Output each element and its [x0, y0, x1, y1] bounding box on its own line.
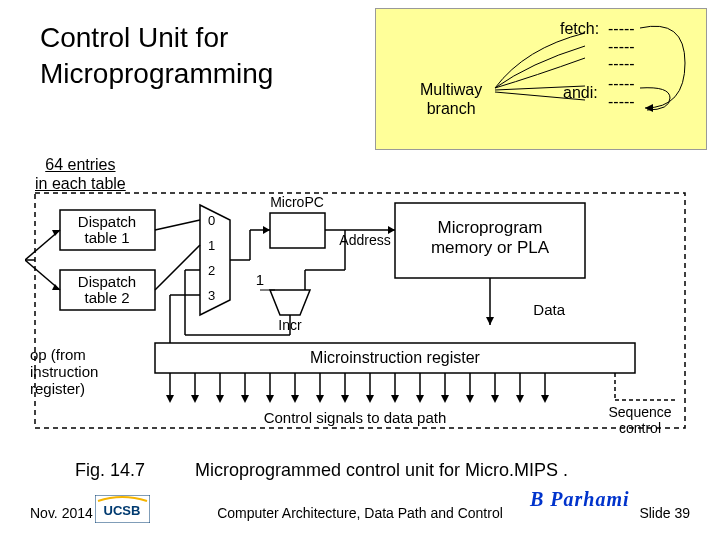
- dispatch-table-2: Dispatch: [78, 273, 136, 290]
- svg-text:memory or PLA: memory or PLA: [431, 238, 550, 257]
- svg-text:control: control: [619, 420, 661, 436]
- svg-text:1: 1: [256, 271, 264, 288]
- slide-number: Slide 39: [639, 505, 690, 521]
- slide-title: Control Unit forMicroprogramming: [40, 20, 273, 93]
- fetch-label: fetch:: [560, 20, 599, 38]
- svg-marker-65: [316, 395, 324, 403]
- author-signature: B Parhami: [530, 488, 630, 511]
- svg-marker-60: [191, 395, 199, 403]
- figure-number: Fig. 14.7: [75, 460, 145, 481]
- svg-text:2: 2: [208, 263, 215, 278]
- svg-marker-70: [441, 395, 449, 403]
- svg-text:register): register): [30, 380, 85, 397]
- andi-label: andi:: [563, 84, 598, 102]
- svg-marker-66: [341, 395, 349, 403]
- svg-marker-73: [516, 395, 524, 403]
- svg-text:MicroPC: MicroPC: [270, 194, 324, 210]
- svg-marker-22: [263, 226, 270, 234]
- svg-text:Data: Data: [533, 301, 565, 318]
- svg-marker-64: [291, 395, 299, 403]
- dispatch-table-1: Dispatch: [78, 213, 136, 230]
- svg-marker-71: [466, 395, 474, 403]
- svg-text:Address: Address: [339, 232, 390, 248]
- figure-caption: Microprogrammed control unit for Micro.M…: [195, 460, 568, 481]
- svg-marker-67: [366, 395, 374, 403]
- svg-text:op (from: op (from: [30, 346, 86, 363]
- svg-marker-13: [270, 290, 310, 315]
- svg-text:1: 1: [208, 238, 215, 253]
- svg-marker-62: [241, 395, 249, 403]
- andi-states: ----- -----: [608, 75, 635, 110]
- svg-text:Sequence: Sequence: [608, 404, 671, 420]
- svg-rect-17: [270, 213, 325, 248]
- svg-text:Microinstruction register: Microinstruction register: [310, 349, 481, 366]
- svg-text:table 2: table 2: [84, 289, 129, 306]
- svg-line-11: [155, 220, 200, 230]
- svg-text:table 1: table 1: [84, 229, 129, 246]
- svg-marker-37: [486, 317, 494, 325]
- svg-text:0: 0: [208, 213, 215, 228]
- fetch-states: ----- ----- -----: [608, 20, 635, 73]
- multiway-branch-label: Multiwaybranch: [420, 80, 482, 118]
- svg-text:Control signals to data path: Control signals to data path: [264, 409, 447, 426]
- svg-marker-68: [391, 395, 399, 403]
- svg-marker-72: [491, 395, 499, 403]
- svg-line-12: [155, 245, 200, 290]
- svg-marker-69: [416, 395, 424, 403]
- svg-marker-61: [216, 395, 224, 403]
- svg-text:Microprogram: Microprogram: [438, 218, 543, 237]
- state-trace-box: [375, 8, 707, 150]
- svg-text:3: 3: [208, 288, 215, 303]
- svg-text:instruction: instruction: [30, 363, 98, 380]
- svg-marker-59: [166, 395, 174, 403]
- control-unit-diagram: Dispatch table 1 Dispatch table 2 0 1 2 …: [25, 185, 695, 445]
- svg-marker-63: [266, 395, 274, 403]
- svg-marker-74: [541, 395, 549, 403]
